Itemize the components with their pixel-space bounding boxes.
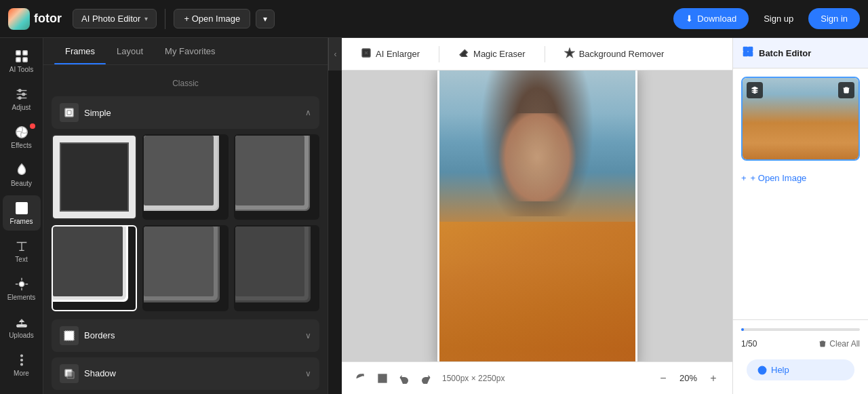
frames-label: Frames	[10, 218, 33, 225]
svg-rect-27	[378, 374, 387, 382]
help-button[interactable]: Help	[747, 359, 854, 380]
canvas-image-container	[437, 71, 637, 361]
borders-section-chevron: ∨	[305, 331, 311, 340]
zoom-controls	[353, 370, 434, 387]
beauty-label: Beauty	[11, 180, 32, 187]
batch-content: + + Open Image	[733, 68, 868, 319]
batch-footer: 1/50 Clear All Help	[733, 319, 868, 394]
sidebar-item-elements[interactable]: Elements	[3, 271, 41, 307]
frame-item-1[interactable]	[52, 134, 137, 220]
sidebar-item-frames[interactable]: Frames	[3, 195, 41, 231]
sidebar-item-effects[interactable]: Effects	[3, 119, 41, 155]
collapse-icon: ‹	[334, 50, 337, 59]
batch-layers-button[interactable]	[747, 82, 763, 98]
section-borders-left: Borders	[60, 326, 115, 345]
batch-open-image-plus-icon: +	[741, 173, 747, 183]
ai-editor-label: AI Photo Editor	[81, 14, 140, 24]
sidebar-item-beauty[interactable]: Beauty	[3, 157, 41, 193]
section-simple-left: Simple	[60, 103, 111, 122]
batch-progress-fill	[741, 328, 744, 331]
section-label-classic: Classic	[52, 79, 319, 88]
magic-eraser-button[interactable]: Magic Eraser	[450, 43, 534, 64]
tab-layout[interactable]: Layout	[106, 38, 154, 64]
batch-open-image-row[interactable]: + + Open Image	[741, 166, 860, 190]
open-image-arrow-button[interactable]: ▾	[256, 9, 275, 28]
svg-rect-2	[16, 58, 20, 62]
panel-collapse-button[interactable]: ‹	[328, 38, 342, 71]
sidebar-item-text[interactable]: Text	[3, 233, 41, 269]
batch-delete-button[interactable]	[838, 82, 854, 98]
zoom-out-button[interactable]: −	[655, 370, 671, 387]
batch-count-label: 1/50	[741, 339, 757, 349]
bg-remover-button[interactable]: Background Remover	[556, 43, 673, 64]
uploads-icon	[14, 315, 29, 330]
svg-rect-31	[749, 52, 753, 56]
shadow-section-title: Shadow	[84, 368, 116, 378]
main-layout: AI Tools Adjust Effects Beauty	[0, 38, 868, 394]
logo-text: fotor	[34, 12, 62, 26]
signin-label: Sign in	[821, 14, 848, 24]
svg-rect-1	[22, 51, 26, 55]
tab-frames[interactable]: Frames	[54, 38, 106, 64]
open-image-arrow-icon: ▾	[263, 14, 267, 24]
zoom-out-icon: −	[660, 372, 666, 385]
svg-point-15	[20, 355, 22, 357]
batch-progress-bar	[741, 328, 860, 331]
clear-all-button[interactable]: Clear All	[818, 339, 860, 349]
batch-panel: Batch Editor + + Open Image	[732, 38, 868, 394]
batch-open-image-label: + Open Image	[751, 173, 807, 183]
ai-tools-icon	[14, 49, 29, 64]
signin-button[interactable]: Sign in	[808, 8, 860, 29]
section-simple-header[interactable]: Simple ∧	[52, 96, 319, 129]
ai-enlarger-button[interactable]: AI Enlarger	[353, 43, 428, 64]
ai-enlarger-icon	[361, 47, 372, 60]
toolbar-divider-1	[439, 46, 439, 62]
help-label: Help	[771, 365, 789, 375]
signup-label: Sign up	[764, 14, 793, 24]
simple-section-chevron: ∧	[305, 108, 311, 117]
svg-rect-3	[22, 58, 26, 62]
sidebar-item-adjust[interactable]: Adjust	[3, 81, 41, 117]
beauty-icon	[14, 163, 29, 178]
undo-button[interactable]	[396, 370, 412, 387]
sidebar-item-uploads[interactable]: Uploads	[3, 309, 41, 344]
tab-my-favorites[interactable]: My Favorites	[154, 38, 226, 64]
panel-sidebar: Frames Layout My Favorites Classic Simpl…	[43, 38, 328, 394]
svg-point-17	[20, 363, 22, 366]
text-label: Text	[15, 256, 27, 263]
signup-button[interactable]: Sign up	[754, 8, 803, 29]
frame-item-5[interactable]	[142, 225, 228, 311]
svg-rect-20	[64, 331, 74, 340]
effects-label: Effects	[11, 142, 31, 149]
frame-item-6[interactable]	[234, 225, 319, 311]
adjust-label: Adjust	[12, 104, 31, 111]
zoom-in-button[interactable]: +	[705, 370, 722, 387]
frame-item-4[interactable]	[52, 225, 137, 311]
svg-point-13	[19, 281, 24, 286]
section-shadow-header[interactable]: Shadow ∨	[52, 357, 319, 390]
rotate-left-button[interactable]	[353, 370, 369, 387]
frame-item-2[interactable]	[142, 134, 228, 220]
ai-editor-button[interactable]: AI Photo Editor ▾	[73, 9, 157, 28]
frames-icon	[14, 201, 29, 216]
open-image-button[interactable]: + Open Image	[174, 9, 250, 28]
frames-grid	[52, 134, 319, 311]
frame-item-3[interactable]	[234, 134, 319, 220]
section-borders-header[interactable]: Borders ∨	[52, 319, 319, 352]
download-button[interactable]: ⬇ Download	[673, 8, 749, 29]
zoom-in-icon: +	[710, 372, 716, 385]
adjust-icon	[14, 87, 29, 102]
canvas-main	[342, 71, 732, 361]
tab-my-favorites-label: My Favorites	[165, 46, 215, 56]
redo-button[interactable]	[418, 370, 434, 387]
sidebar-item-ai-tools[interactable]: AI Tools	[3, 43, 41, 79]
magic-eraser-icon	[458, 47, 469, 60]
canvas-toolbar: AI Enlarger Magic Eraser Background Remo…	[342, 38, 732, 71]
download-label: Download	[697, 14, 736, 24]
svg-rect-29	[749, 47, 753, 51]
crop-button[interactable]	[374, 370, 391, 387]
svg-point-9	[18, 97, 21, 100]
svg-point-8	[22, 93, 24, 96]
panel-tabs: Frames Layout My Favorites	[43, 38, 328, 65]
sidebar-item-more[interactable]: More	[3, 347, 41, 382]
